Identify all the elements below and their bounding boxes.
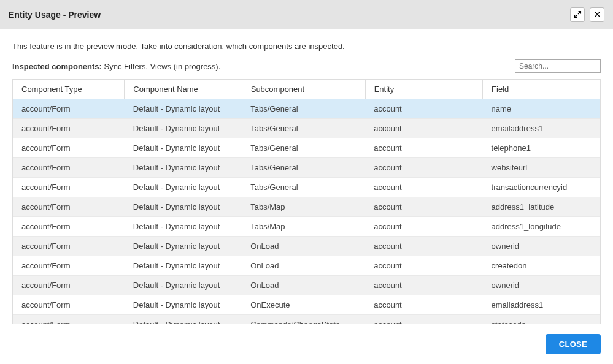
cell-component-type: account/Form — [13, 256, 125, 276]
cell-subcomponent: Tabs/General — [242, 99, 365, 119]
table-row[interactable]: account/FormDefault - Dynamic layoutTabs… — [13, 119, 600, 138]
cell-component-type: account/Form — [13, 315, 125, 325]
cell-component-type: account/Form — [13, 197, 125, 217]
cell-subcomponent: OnLoad — [242, 237, 365, 256]
column-header-component-name[interactable]: Component Name — [125, 80, 242, 99]
cell-field: transactioncurrencyid — [483, 178, 600, 197]
cell-field: ownerid — [483, 276, 600, 295]
table-row[interactable]: account/FormDefault - Dynamic layoutOnEx… — [13, 295, 600, 315]
inspected-components-value: Sync Filters, Views (in progress). — [104, 62, 221, 71]
cell-subcomponent: OnLoad — [242, 256, 365, 276]
cell-component-type: account/Form — [13, 138, 125, 158]
cell-field: address1_latitude — [483, 197, 600, 217]
column-header-component-type[interactable]: Component Type — [13, 80, 125, 99]
table-row[interactable]: account/FormDefault - Dynamic layoutTabs… — [13, 217, 600, 237]
cell-subcomponent: OnExecute — [242, 295, 365, 315]
table-header-row: Component Type Component Name Subcompone… — [13, 80, 600, 99]
inspected-components-row: Inspected components: Sync Filters, View… — [12, 59, 601, 73]
cell-field: emailaddress1 — [483, 119, 600, 138]
cell-field: websiteurl — [483, 158, 600, 178]
cell-subcomponent: Tabs/General — [242, 138, 365, 158]
cell-component-name: Default - Dynamic layout — [125, 217, 242, 237]
cell-component-name: Default - Dynamic layout — [125, 138, 242, 158]
titlebar-controls — [570, 7, 604, 22]
table-row[interactable]: account/FormDefault - Dynamic layoutComm… — [13, 315, 600, 325]
cell-entity: account — [365, 138, 482, 158]
cell-component-type: account/Form — [13, 99, 125, 119]
close-button[interactable]: CLOSE — [546, 334, 601, 354]
entity-usage-dialog: Entity Usage - Preview This feature is i… — [0, 0, 613, 364]
cell-entity: account — [365, 217, 482, 237]
dialog-title: Entity Usage - Preview — [9, 10, 101, 20]
results-table: Component Type Component Name Subcompone… — [13, 80, 600, 324]
cell-entity: account — [365, 256, 482, 276]
cell-entity: account — [365, 99, 482, 119]
cell-field: statecode — [483, 315, 600, 325]
cell-entity: account — [365, 276, 482, 295]
table-row[interactable]: account/FormDefault - Dynamic layoutTabs… — [13, 99, 600, 119]
table-body: account/FormDefault - Dynamic layoutTabs… — [13, 99, 600, 325]
cell-component-name: Default - Dynamic layout — [125, 197, 242, 217]
cell-field: createdon — [483, 256, 600, 276]
close-icon — [593, 10, 601, 18]
search-input[interactable] — [515, 59, 601, 73]
cell-subcomponent: Tabs/General — [242, 119, 365, 138]
preview-notice: This feature is in the preview mode. Tak… — [12, 42, 601, 51]
cell-entity: account — [365, 119, 482, 138]
cell-subcomponent: Commands/ChangeState — [242, 315, 365, 325]
cell-component-type: account/Form — [13, 158, 125, 178]
table-row[interactable]: account/FormDefault - Dynamic layoutTabs… — [13, 138, 600, 158]
cell-subcomponent: OnLoad — [242, 276, 365, 295]
cell-component-type: account/Form — [13, 276, 125, 295]
cell-component-name: Default - Dynamic layout — [125, 276, 242, 295]
cell-component-name: Default - Dynamic layout — [125, 256, 242, 276]
inspected-components-text: Inspected components: Sync Filters, View… — [12, 62, 220, 71]
maximize-button[interactable] — [570, 7, 585, 22]
cell-subcomponent: Tabs/General — [242, 178, 365, 197]
results-table-wrap[interactable]: Component Type Component Name Subcompone… — [12, 79, 601, 324]
cell-entity: account — [365, 295, 482, 315]
cell-component-name: Default - Dynamic layout — [125, 99, 242, 119]
cell-entity: account — [365, 315, 482, 325]
column-header-field[interactable]: Field — [483, 80, 600, 99]
cell-field: ownerid — [483, 237, 600, 256]
dialog-close-button[interactable] — [590, 7, 604, 22]
cell-component-type: account/Form — [13, 178, 125, 197]
cell-component-type: account/Form — [13, 295, 125, 315]
cell-component-name: Default - Dynamic layout — [125, 119, 242, 138]
cell-component-name: Default - Dynamic layout — [125, 315, 242, 325]
cell-entity: account — [365, 197, 482, 217]
cell-entity: account — [365, 237, 482, 256]
cell-entity: account — [365, 158, 482, 178]
inspected-components-label: Inspected components: — [12, 62, 102, 71]
dialog-footer: CLOSE — [0, 324, 613, 364]
cell-component-name: Default - Dynamic layout — [125, 237, 242, 256]
dialog-titlebar: Entity Usage - Preview — [0, 0, 613, 29]
cell-subcomponent: Tabs/Map — [242, 197, 365, 217]
cell-entity: account — [365, 178, 482, 197]
cell-field: name — [483, 99, 600, 119]
table-row[interactable]: account/FormDefault - Dynamic layoutTabs… — [13, 178, 600, 197]
cell-component-type: account/Form — [13, 217, 125, 237]
cell-component-name: Default - Dynamic layout — [125, 178, 242, 197]
table-row[interactable]: account/FormDefault - Dynamic layoutTabs… — [13, 197, 600, 217]
cell-component-name: Default - Dynamic layout — [125, 158, 242, 178]
cell-component-type: account/Form — [13, 119, 125, 138]
table-row[interactable]: account/FormDefault - Dynamic layoutOnLo… — [13, 237, 600, 256]
cell-component-type: account/Form — [13, 237, 125, 256]
cell-field: telephone1 — [483, 138, 600, 158]
cell-subcomponent: Tabs/General — [242, 158, 365, 178]
cell-component-name: Default - Dynamic layout — [125, 295, 242, 315]
cell-field: address1_longitude — [483, 217, 600, 237]
cell-subcomponent: Tabs/Map — [242, 217, 365, 237]
cell-field: emailaddress1 — [483, 295, 600, 315]
dialog-content: This feature is in the preview mode. Tak… — [0, 29, 613, 324]
table-row[interactable]: account/FormDefault - Dynamic layoutOnLo… — [13, 276, 600, 295]
table-row[interactable]: account/FormDefault - Dynamic layoutTabs… — [13, 158, 600, 178]
maximize-icon — [574, 10, 582, 18]
table-row[interactable]: account/FormDefault - Dynamic layoutOnLo… — [13, 256, 600, 276]
column-header-entity[interactable]: Entity — [365, 80, 482, 99]
column-header-subcomponent[interactable]: Subcomponent — [242, 80, 365, 99]
